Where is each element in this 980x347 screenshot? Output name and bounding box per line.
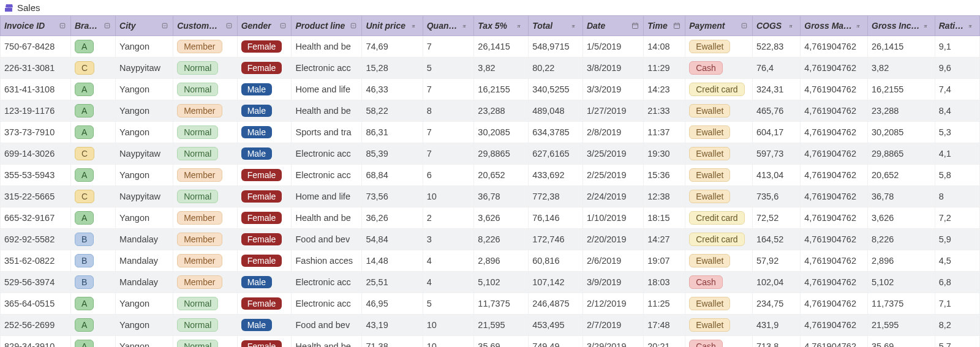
svg-rect-2 — [162, 23, 167, 28]
column-header-customer[interactable]: Customer ty — [173, 16, 238, 36]
gender-pill: Male — [241, 126, 272, 138]
page-header: Sales — [0, 0, 980, 15]
column-header-cogs[interactable]: COGSπ — [752, 16, 800, 36]
gender-pill: Female — [241, 169, 282, 181]
table-row[interactable]: 829-34-3910AYangonNormalFemaleHealth and… — [1, 336, 980, 348]
column-header-total[interactable]: Totalπ — [529, 16, 583, 36]
cell-city: Yangon — [116, 293, 173, 315]
cell-gm: 4,761904762 — [801, 36, 868, 58]
column-header-unit[interactable]: Unit priceπ — [362, 16, 423, 36]
svg-text:π: π — [571, 23, 575, 29]
cell-gi: 5,102 — [868, 272, 935, 293]
cell-qty: 5 — [423, 58, 474, 79]
cell-unit: 43,19 — [362, 315, 423, 336]
table-row[interactable]: 631-41-3108AYangonNormalMaleHome and lif… — [1, 79, 980, 100]
cell-branch: C — [70, 143, 115, 165]
cell-tax: 35,69 — [474, 336, 529, 348]
branch-pill: A — [75, 104, 94, 118]
cell-product: Fashion acces — [292, 250, 362, 272]
cell-gi: 30,2085 — [868, 122, 935, 143]
pi-icon: π — [967, 21, 976, 30]
table-row[interactable]: 750-67-8428AYangonMemberFemaleHealth and… — [1, 36, 980, 58]
column-header-time[interactable]: Time — [644, 16, 685, 36]
table-row[interactable]: 123-19-1176AYangonMemberMaleHealth and b… — [1, 100, 980, 122]
pi-icon: π — [516, 21, 524, 30]
column-header-product[interactable]: Product line — [292, 16, 362, 36]
table-body: 750-67-8428AYangonMemberFemaleHealth and… — [1, 36, 980, 348]
branch-pill: A — [75, 318, 94, 332]
customer-pill: Normal — [177, 147, 218, 160]
column-header-rating[interactable]: Ratingπ — [935, 16, 979, 36]
gender-pill: Female — [241, 212, 282, 224]
cell-cogs: 102,04 — [752, 272, 800, 293]
svg-text:π: π — [790, 23, 793, 29]
cell-branch: C — [70, 186, 115, 207]
table-row[interactable]: 351-62-0822BMandalayMemberFemaleFashion … — [1, 250, 980, 272]
table-row[interactable]: 529-56-3974BMandalayMemberMaleElectronic… — [1, 272, 980, 293]
payment-pill: Ewallet — [689, 297, 730, 310]
cell-city: Yangon — [116, 336, 173, 348]
cell-total: 172,746 — [529, 229, 583, 250]
column-label: Branch — [75, 21, 100, 31]
customer-pill: Member — [177, 233, 222, 246]
cell-gm: 4,761904762 — [801, 250, 868, 272]
cell-total: 80,22 — [529, 58, 583, 79]
cell-gender: Female — [237, 293, 292, 315]
column-header-branch[interactable]: Branch — [70, 16, 115, 36]
cell-city: Mandalay — [116, 250, 173, 272]
column-header-gi[interactable]: Gross Incomπ — [868, 16, 935, 36]
column-header-tax[interactable]: Tax 5%π — [474, 16, 529, 36]
customer-pill: Member — [177, 254, 222, 267]
cell-date: 2/20/2019 — [582, 229, 643, 250]
column-header-qty[interactable]: Quantityπ — [423, 16, 474, 36]
column-label: Customer ty — [177, 21, 222, 31]
cell-qty: 4 — [423, 250, 474, 272]
table-row[interactable]: 373-73-7910AYangonNormalMaleSports and t… — [1, 122, 980, 143]
column-header-gender[interactable]: Gender — [237, 16, 292, 36]
svg-rect-18 — [742, 23, 747, 28]
customer-pill: Normal — [177, 61, 218, 75]
cell-rating: 7,2 — [935, 207, 979, 229]
pi-icon: π — [410, 21, 419, 30]
column-header-payment[interactable]: Payment — [685, 16, 753, 36]
cell-cogs: 76,4 — [752, 58, 800, 79]
cell-gi: 2,896 — [868, 250, 935, 272]
table-row[interactable]: 692-92-5582BMandalayMemberFemaleFood and… — [1, 229, 980, 250]
cell-cogs: 72,52 — [752, 207, 800, 229]
table-row[interactable]: 365-64-0515AYangonNormalFemaleElectronic… — [1, 293, 980, 315]
column-header-invoice[interactable]: Invoice ID — [1, 16, 71, 36]
column-header-city[interactable]: City — [116, 16, 173, 36]
cell-gender: Male — [237, 79, 292, 100]
cell-customer: Normal — [173, 336, 238, 348]
cell-qty: 4 — [423, 272, 474, 293]
cell-tax: 23,288 — [474, 100, 529, 122]
cell-cogs: 604,17 — [752, 122, 800, 143]
cell-cogs: 465,76 — [752, 100, 800, 122]
cell-gm: 4,761904762 — [801, 336, 868, 348]
cell-tax: 36,78 — [474, 186, 529, 207]
cell-branch: A — [70, 79, 115, 100]
cell-qty: 10 — [423, 186, 474, 207]
pi-icon: π — [461, 21, 470, 30]
cell-gm: 4,761904762 — [801, 143, 868, 165]
cell-invoice: 365-64-0515 — [1, 293, 71, 315]
cell-time: 19:07 — [644, 250, 685, 272]
table-row[interactable]: 699-14-3026CNaypyitawNormalMaleElectroni… — [1, 143, 980, 165]
table-row[interactable]: 226-31-3081CNaypyitawNormalFemaleElectro… — [1, 58, 980, 79]
customer-pill: Member — [177, 168, 222, 182]
column-header-gm[interactable]: Gross Margiπ — [801, 16, 868, 36]
table-row[interactable]: 665-32-9167AYangonMemberFemaleHealth and… — [1, 207, 980, 229]
table-row[interactable]: 252-56-2699AYangonNormalMaleFood and bev… — [1, 315, 980, 336]
gender-pill: Male — [241, 105, 272, 117]
cell-gi: 20,652 — [868, 165, 935, 186]
gender-pill: Female — [241, 297, 282, 310]
customer-pill: Normal — [177, 83, 218, 96]
cell-tax: 2,896 — [474, 250, 529, 272]
column-header-date[interactable]: Date — [582, 16, 643, 36]
cell-tax: 20,652 — [474, 165, 529, 186]
cell-qty: 6 — [423, 165, 474, 186]
table-row[interactable]: 315-22-5665CNaypyitawNormalFemaleHome an… — [1, 186, 980, 207]
svg-rect-4 — [281, 23, 286, 28]
table-row[interactable]: 355-53-5943AYangonMemberFemaleElectronic… — [1, 165, 980, 186]
cell-gender: Male — [237, 122, 292, 143]
